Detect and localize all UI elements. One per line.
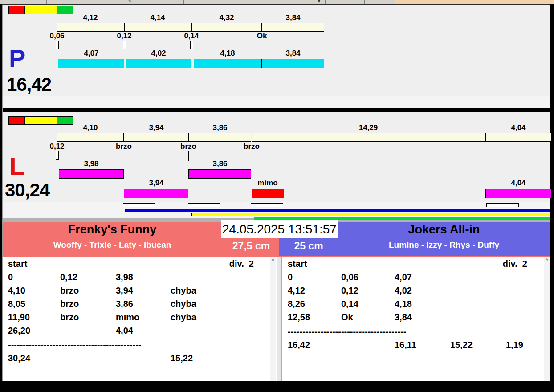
result-cell: 0 [8, 272, 13, 282]
split-time-label: 3,86 [193, 124, 247, 132]
team-name-right: Jokers All-in [338, 223, 550, 236]
toolbar-separator [76, 0, 76, 4]
dropdown-arrow-icon[interactable]: ▼ [317, 0, 321, 4]
start-offset-tick [190, 41, 193, 49]
split-time-bar [188, 133, 251, 142]
traffic-light-yellow [41, 6, 57, 14]
dog-time-label: 3,84 [266, 49, 320, 57]
split-mark-line [124, 151, 124, 161]
result-header-division: div. 2 [3, 259, 254, 269]
results-divider [277, 257, 282, 381]
dog-time-label: 3,86 [193, 160, 247, 168]
team-dogs-left: Wooffy - Trixie - Laty - Ibucan [3, 240, 221, 250]
split-mark-label: 0,12 [30, 143, 84, 151]
result-separator: ----------------------------------------… [8, 340, 268, 350]
dog-time-bar [58, 59, 124, 68]
toolbar-separator [96, 0, 96, 4]
lane-divider-bar [3, 108, 550, 112]
result-cell: 12,58 [288, 312, 310, 323]
result-total-cell: 16,42 [288, 340, 310, 350]
split-mark-line [262, 41, 262, 51]
result-cell: 4,10 [8, 286, 25, 296]
right-table-scrollbar[interactable] [544, 257, 550, 381]
toolbar-separator [218, 0, 218, 4]
lane-letter: P [9, 46, 25, 71]
split-mark-label: Ok [235, 32, 289, 40]
traffic-light-yellow [24, 6, 41, 14]
jump-height-right: 25 cm [280, 240, 338, 252]
lane-p-footer-band [3, 96, 550, 108]
team-dogs-right: Lumine - Izzy - Rhys - Duffy [338, 240, 550, 250]
split-mark-label: brzo [162, 143, 215, 151]
result-cell: 4,12 [288, 286, 305, 296]
result-cell: 0,12 [341, 286, 358, 296]
result-cell: 11,90 [8, 312, 30, 323]
result-total-cell: 1,19 [506, 340, 523, 350]
result-cell: 0 [288, 272, 293, 282]
pen-icon[interactable]: ✎ [128, 0, 132, 4]
clock-display: 24.05.2025 13:51:57 [221, 220, 338, 238]
result-cell: brzo [60, 312, 79, 323]
result-total-cell: 16,11 [395, 340, 416, 350]
toolbar-separator [364, 0, 365, 4]
split-time-label: 14,29 [342, 124, 395, 132]
result-cell: 26,20 [8, 326, 30, 336]
split-time-bar [252, 133, 485, 142]
toolbar-separator [288, 0, 288, 4]
result-separator: ---------------------------------------- [288, 327, 542, 337]
scroll-up-icon[interactable]: ^ [544, 258, 550, 263]
fault-bar [252, 189, 284, 198]
traffic-light-yellow [24, 116, 41, 125]
split-mark-label: 0,06 [30, 32, 84, 40]
result-cell: 0,06 [341, 272, 358, 282]
dog-time-label: 4,18 [201, 49, 254, 57]
traffic-light-red [8, 6, 25, 14]
split-time-bar [57, 133, 124, 142]
dog-time-bar [188, 169, 251, 179]
result-cell: 4,07 [395, 272, 412, 282]
split-time-label: 4,12 [64, 14, 117, 22]
progress-stripe-yellow [191, 213, 550, 216]
split-time-bar [57, 23, 124, 32]
split-time-label: 4,14 [131, 14, 184, 22]
result-cell: 3,94 [116, 286, 133, 296]
lane-total-time: 30,24 [5, 180, 49, 200]
split-time-bar [485, 133, 551, 142]
result-header-division: div. 2 [282, 259, 527, 269]
result-cell: 4,18 [395, 299, 412, 309]
background-toolbar[interactable]: ✎ ▼ [0, 0, 395, 4]
dog-time-bar [485, 189, 551, 198]
dog-time-bar [194, 59, 262, 68]
start-offset-tick [123, 41, 126, 49]
traffic-light-yellow [41, 116, 57, 125]
traffic-light-red [8, 116, 25, 125]
split-mark-label: 0,12 [98, 32, 151, 40]
result-cell: 3,86 [116, 299, 133, 309]
lane-l-baseline [3, 202, 550, 202]
rerun-window-marker [486, 203, 519, 207]
background-window-strip [395, 0, 554, 4]
result-cell: 3,84 [395, 312, 412, 323]
result-cell: chyba [171, 312, 196, 323]
toolbar-separator [248, 0, 248, 4]
lane-letter: L [9, 154, 24, 179]
left-table-scrollbar[interactable] [270, 257, 276, 381]
team-name-left: Frenky's Funny [3, 223, 221, 236]
result-cell: 0,12 [60, 272, 77, 282]
split-mark-line [188, 151, 189, 161]
result-cell: brzo [60, 286, 79, 296]
dog-time-label: 4,02 [132, 49, 185, 57]
toolbar-separator [183, 0, 184, 4]
split-mark-label: 0,14 [165, 32, 218, 40]
split-mark-line [252, 151, 252, 161]
dog-time-bar [126, 59, 191, 68]
progress-stripe-blue [125, 209, 550, 212]
result-cell: Ok [341, 312, 353, 323]
scroll-up-icon[interactable]: ^ [270, 258, 276, 263]
rerun-window-marker [251, 203, 283, 207]
result-cell: 4,02 [395, 286, 412, 296]
split-time-bar [262, 23, 324, 32]
result-cell: 0,14 [341, 299, 358, 309]
split-time-label: 3,84 [266, 14, 320, 22]
lane-p-baseline [3, 96, 550, 96]
